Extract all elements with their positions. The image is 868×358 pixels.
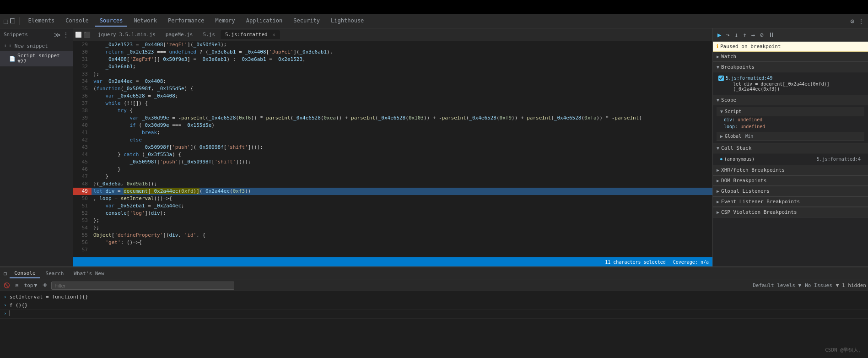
snippets-overflow-icon[interactable]: ⋮ [63,31,69,38]
code-line-37: 37 while (!![]) { [73,100,712,107]
callstack-content: ● (anonymous) 5.js:formatted:4 [713,153,868,165]
deactivate-btn[interactable]: ⊘ [759,30,764,39]
event-section: ▶ Event Listener Breakpoints [713,197,868,207]
tab-lighthouse[interactable]: Lighthouse [326,16,368,27]
global-listeners-chevron-icon: ▶ [717,189,719,194]
tab-console[interactable]: Console [61,16,93,27]
event-chevron-icon: ▶ [717,199,719,204]
inspect-icon[interactable]: ⬚ [4,17,7,25]
sub-tab-jquery[interactable]: jquery-3.5.1.min.js [93,30,160,39]
tab-security[interactable]: Security [289,16,324,27]
prompt-icon-2: › [4,302,7,308]
tab-network[interactable]: Network [129,16,162,27]
step-over-btn[interactable]: ↷ [725,30,730,39]
snippet-item[interactable]: 📄 Script snippet #27 [0,51,73,66]
xhr-header[interactable]: ▶ XHR/fetch Breakpoints [713,165,868,175]
global-listeners-header[interactable]: ▶ Global Listeners [713,186,868,196]
scope-chevron-icon: ▼ [717,98,719,103]
tab-memory[interactable]: Memory [210,16,239,27]
resume-btn[interactable]: ▶ [717,30,722,39]
sub-tab-5jsformatted[interactable]: 5.js:formatted ✕ [221,30,280,39]
bottom-panel: ⊟ Console Search What's New 🚫 ⊟ top ▼ 👁 … [0,266,868,358]
callstack-dot-icon: ● [720,157,722,161]
step-out-btn[interactable]: ↑ [742,30,747,39]
sub-tab-5js[interactable]: 5.js [198,30,220,39]
csp-header[interactable]: ▶ CSP Violation Breakpoints [713,207,868,217]
script-scope-header[interactable]: ▼ Script [717,107,864,116]
scope-header[interactable]: ▼ Scope [713,95,868,105]
devtools-toolbar: ⬚ ⧠ Elements Console Sources Network Per… [0,14,868,28]
scope-section: ▼ Scope ▼ Script div: undefined loop: un… [713,95,868,143]
selection-status: 11 characters selected [605,260,665,265]
watch-header[interactable]: ▶ Watch [713,52,868,62]
right-scroll[interactable]: ℹ Paused on breakpoint ▶ Watch ▼ Breakpo… [713,42,868,266]
snippets-icons: ≫ ⋮ [54,31,69,38]
code-line-52: 52 console['log'](div); [73,210,712,217]
tab-application[interactable]: Application [242,16,287,27]
tab-search-bottom[interactable]: Search [41,269,69,278]
global-listeners-section: ▶ Global Listeners [713,186,868,197]
code-editor[interactable]: 29 _0x2e1523 = _0x4408['zegFi'](_0x50f9e… [73,41,712,257]
default-levels-dropdown[interactable]: Default levels ▼ [753,282,801,288]
code-line-30: 30 return _0x2e1523 === undefined ? (_0x… [73,49,712,56]
code-line-49: 49 let div = document[_0x2a44ec(0xfd)](_… [73,188,712,195]
console-entry-2: › f (){} [0,301,868,309]
breakpoints-header[interactable]: ▼ Breakpoints [713,62,868,72]
warning-icon: ℹ [717,43,718,49]
code-line-36: 36 var _0x4e6528 = _0x4408; [73,92,712,100]
tab-whatsnew-bottom[interactable]: What's New [69,269,108,278]
callstack-item: ● (anonymous) 5.js:formatted:4 [717,155,864,163]
csp-section: ▶ CSP Violation Breakpoints [713,207,868,217]
xhr-section: ▶ XHR/fetch Breakpoints [713,165,868,176]
add-snippet-button[interactable]: + + New snippet [0,41,73,51]
tab-console-bottom[interactable]: Console [10,269,40,278]
code-line-43: 43 _0x50998f['push'](_0x50998f['shift'](… [73,144,712,151]
code-line-44: 44 } catch (_0x3f553a) { [73,151,712,158]
pause-on-exception-btn[interactable]: ⏸ [767,30,776,39]
code-line-38: 38 try { [73,107,712,114]
sub-tab-pageme[interactable]: pageMe.js [161,30,198,39]
callstack-header[interactable]: ▼ Call Stack [713,143,868,153]
breakpoint-checkbox[interactable] [718,76,724,81]
code-line-39: 39 var _0x30d99e = -parseInt(_0x4e6528(0… [73,114,712,122]
bottom-panel-icon[interactable]: ⊟ [2,271,9,277]
dom-header[interactable]: ▶ DOM Breakpoints [713,176,868,186]
sub-tabs: ⬜ ⬛ jquery-3.5.1.min.js pageMe.js 5.js 5… [73,28,712,41]
console-toolbar: 🚫 ⊟ top ▼ 👁 Default levels ▼ No Issues ▼… [0,280,868,291]
code-line-41: 41 break; [73,129,712,136]
callstack-chevron-icon: ▼ [717,146,719,151]
close-tab-icon[interactable]: ✕ [272,32,275,38]
code-line-35: 35 (function(_0x50998f, _0x155d5e) { [73,85,712,92]
step-into-btn[interactable]: ↓ [733,30,739,39]
console-content: › setInterval = function(){} › f (){} › [0,291,868,358]
sub-tab-icons: ⬜ ⬛ [75,32,91,38]
tab-back-icon[interactable]: ⬜ [75,32,82,38]
clear-console-btn[interactable]: 🚫 [2,282,12,289]
snippets-title: Snippets [4,32,52,38]
tab-elements[interactable]: Elements [23,16,59,27]
settings-icon[interactable]: ⚙ [851,17,854,25]
prompt-icon-3: › [4,310,7,316]
snippets-more-icon[interactable]: ≫ [54,31,61,38]
step-btn[interactable]: → [750,30,756,39]
eye-icon[interactable]: 👁 [41,282,49,289]
console-filter-input[interactable] [51,282,234,290]
global-scope-header[interactable]: ▶ Global Win [717,132,864,141]
script-chevron-icon: ▼ [720,109,723,114]
code-line-46: 46 } [73,166,712,173]
right-panel: ▶ ↷ ↓ ↑ → ⊘ ⏸ ℹ Paused on breakpoint ▶ W… [712,28,868,266]
callstack-section: ▼ Call Stack ● (anonymous) 5.js:formatte… [713,143,868,165]
more-icon[interactable]: ⋮ [858,17,864,25]
tab-performance[interactable]: Performance [163,16,209,27]
tab-sources[interactable]: Sources [95,16,128,27]
code-line-40: 40 if (_0x30d99e === _0x155d5e) [73,122,712,129]
device-icon[interactable]: ⧠ [9,17,16,25]
watch-section: ▶ Watch [713,52,868,62]
code-line-31: 31 _0x4408['ZegFzf'][_0x50f9e3] = _0x3e6… [73,56,712,63]
snippet-file-icon: 📄 [9,56,16,62]
coverage-status: Coverage: n/a [673,260,709,265]
tab-split-icon[interactable]: ⬛ [84,32,91,38]
filter-icon[interactable]: ⊟ [14,282,21,289]
event-header[interactable]: ▶ Event Listener Breakpoints [713,197,868,207]
top-dropdown[interactable]: top ▼ [22,282,39,289]
